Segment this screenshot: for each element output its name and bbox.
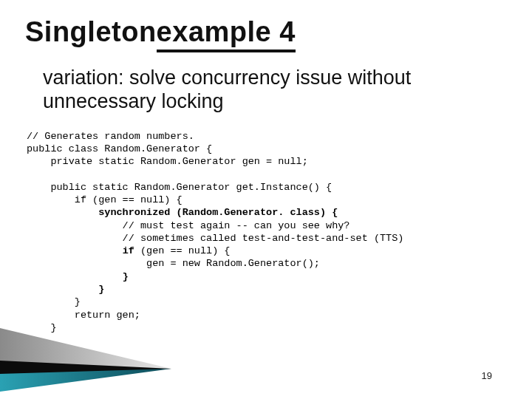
code-line: public class Random.Generator { [27,143,212,154]
code-bold-brace: } [123,271,129,282]
code-line: } [27,322,57,333]
code-line: // must test again -- can you see why? [27,220,349,231]
code-line [27,271,123,282]
code-line: public static Random.Generator get.Insta… [27,182,332,193]
bullet-item: variation: solve concurrency issue witho… [25,66,507,114]
code-bold-synchronized: synchronized (Random.Generator. class) { [98,207,338,218]
code-line: if (gen == null) { [27,194,183,205]
bullet-text: variation: solve concurrency issue witho… [43,66,507,114]
title-part-plain: Singleton [25,16,157,50]
code-line: } [27,335,33,346]
code-line [27,284,98,295]
page-number: 19 [482,370,492,381]
code-bold-brace: } [98,284,104,295]
code-block: // Generates random numbers. public clas… [27,130,507,347]
code-line: return gen; [27,310,140,321]
slide-title: Singleton example 4 [25,16,507,52]
code-line: private static Random.Generator gen = nu… [27,156,308,167]
code-line: gen = new Random.Generator(); [27,258,320,269]
code-line: } [27,296,81,307]
title-part-underlined: example 4 [157,16,296,52]
code-bold-if: if [123,245,134,256]
svg-marker-1 [0,361,171,381]
code-line: (gen == null) { [134,245,231,256]
code-line [27,207,98,218]
code-line: // sometimes called test-and-test-and-se… [27,233,403,244]
slide: Singleton example 4 variation: solve con… [0,0,532,399]
svg-marker-2 [0,369,171,392]
code-line: // Generates random numbers. [27,131,194,142]
code-line [27,245,123,256]
